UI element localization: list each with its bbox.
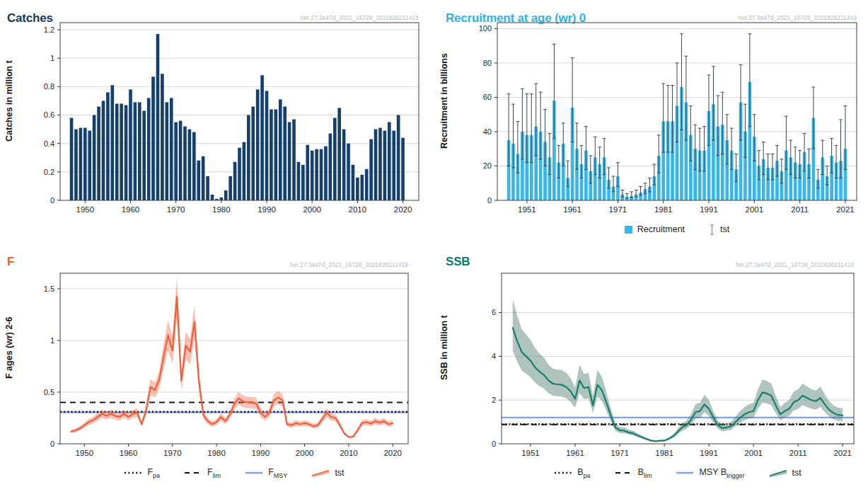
svg-text:1.2: 1.2 <box>44 25 54 34</box>
legend-item-tst: tst <box>311 468 344 479</box>
band-swatch-icon <box>769 468 787 479</box>
legend-item-tst: tst <box>769 468 802 479</box>
svg-text:1: 1 <box>50 54 54 62</box>
svg-text:1951: 1951 <box>521 449 540 457</box>
svg-text:1970: 1970 <box>167 205 185 214</box>
dashed-line-icon <box>615 470 633 476</box>
svg-text:0: 0 <box>50 440 54 448</box>
svg-text:1.5: 1.5 <box>44 285 54 293</box>
bars <box>70 34 405 200</box>
panel-f: F her.27.3a47d_2021_16728_2021826211419 … <box>0 244 434 487</box>
recruitment-legend: Recruitment tst <box>497 222 857 237</box>
svg-text:1961: 1961 <box>566 449 584 457</box>
legend-label: tst <box>720 224 729 234</box>
svg-text:1980: 1980 <box>207 449 226 457</box>
svg-text:20: 20 <box>483 161 492 170</box>
legend-label: Flim <box>207 467 221 479</box>
svg-text:0.8: 0.8 <box>44 82 54 91</box>
svg-text:2010: 2010 <box>340 449 358 457</box>
svg-text:0: 0 <box>487 196 492 205</box>
svg-text:1991: 1991 <box>700 205 718 214</box>
legend-item-tst: tst <box>709 224 729 236</box>
legend-label: MSY Btrigger <box>699 467 744 479</box>
svg-text:2001: 2001 <box>746 205 764 214</box>
svg-text:2: 2 <box>492 396 496 404</box>
svg-text:1: 1 <box>50 336 54 345</box>
svg-text:1971: 1971 <box>611 449 629 457</box>
y-axis: 00.20.40.60.811.2 <box>44 25 60 205</box>
dotted-line-icon <box>554 470 572 476</box>
svg-text:2000: 2000 <box>296 449 314 457</box>
legend-label: Fpa <box>147 467 160 479</box>
svg-text:0.5: 0.5 <box>44 388 54 396</box>
x-axis: 19511961197119811991200120112021 <box>518 200 855 214</box>
stock-assessment-summary: { "watermark": "her.27.3a47d_2021_16728_… <box>0 0 868 487</box>
svg-text:0.2: 0.2 <box>44 168 54 176</box>
error-bar-icon <box>709 224 715 236</box>
svg-text:1971: 1971 <box>609 205 627 214</box>
blue-line-icon <box>676 470 694 476</box>
svg-text:1990: 1990 <box>252 449 270 457</box>
legend-label: Blim <box>638 467 652 479</box>
catches-plot: 00.20.40.60.811.219501960197019801990200… <box>0 21 434 221</box>
dotted-line-icon <box>124 470 142 476</box>
svg-text:2021: 2021 <box>836 205 855 214</box>
x-axis: 19501960197019801990200020102020 <box>75 444 402 457</box>
svg-text:1950: 1950 <box>75 449 93 457</box>
gridlines <box>60 289 408 392</box>
svg-text:1961: 1961 <box>563 205 581 214</box>
svg-text:1950: 1950 <box>76 205 95 214</box>
legend-item-fmsy: FMSY <box>245 467 287 479</box>
svg-text:40: 40 <box>483 127 492 136</box>
svg-text:100: 100 <box>479 24 492 33</box>
reference-lines <box>502 418 854 425</box>
x-axis: 19501960197019801990200020102020 <box>76 200 412 214</box>
legend-label: tst <box>792 468 802 478</box>
y-axis: 00.511.5 <box>44 285 60 448</box>
svg-text:0.6: 0.6 <box>44 110 54 119</box>
svg-text:2000: 2000 <box>303 205 321 214</box>
legend-label: Bpa <box>577 467 590 479</box>
watermark: her.27.3a47d_2021_16728_2021826211419 <box>301 14 419 21</box>
svg-text:1960: 1960 <box>122 205 140 214</box>
svg-text:2020: 2020 <box>383 449 402 457</box>
legend-item-fpa: Fpa <box>124 467 160 479</box>
f-plot: 00.511.519501960197019801990200020102020 <box>0 265 434 464</box>
svg-text:1991: 1991 <box>700 449 718 457</box>
legend-item-msy-btrigger: MSY Btrigger <box>676 467 744 479</box>
svg-text:2021: 2021 <box>833 449 852 457</box>
confidence-band <box>513 299 843 442</box>
panel-catches: Catches her.27.3a47d_2021_16728_20218262… <box>0 0 434 244</box>
svg-text:1960: 1960 <box>120 449 138 457</box>
f-legend: Fpa Flim FMSY tst <box>60 465 408 481</box>
panel-ssb: SSB her.27.3a47d_2021_16728_202182621141… <box>434 244 867 487</box>
svg-text:0.4: 0.4 <box>44 139 54 148</box>
legend-item-recruitment: Recruitment <box>625 224 685 234</box>
blue-line-icon <box>245 470 263 476</box>
ssb-legend: Bpa Blim MSY Btrigger tst <box>502 465 854 481</box>
legend-item-flim: Flim <box>184 467 221 479</box>
svg-text:1981: 1981 <box>654 205 673 214</box>
legend-label: Recruitment <box>637 224 685 234</box>
recruitment-plot: 0204060801001951196119711981199120012011… <box>434 21 867 221</box>
band-swatch-icon <box>311 468 330 479</box>
ssb-plot: 024619511961197119811991200120112021 <box>434 265 867 464</box>
svg-text:60: 60 <box>483 93 492 101</box>
legend-label: FMSY <box>268 467 287 479</box>
dashed-line-icon <box>184 470 202 476</box>
svg-text:1980: 1980 <box>212 205 231 214</box>
panel-recruitment: Recruitment at age (wr) 0 her.27.3a47d_2… <box>434 0 867 244</box>
legend-item-blim: Blim <box>615 467 652 479</box>
confidence-band <box>71 277 393 438</box>
svg-text:6: 6 <box>492 308 496 316</box>
svg-text:80: 80 <box>483 59 492 67</box>
svg-text:1951: 1951 <box>518 205 536 214</box>
y-axis: 0246 <box>492 308 502 447</box>
recruitment-swatch-icon <box>625 226 632 234</box>
svg-text:2020: 2020 <box>394 205 412 214</box>
svg-text:2010: 2010 <box>349 205 367 214</box>
svg-text:1970: 1970 <box>163 449 182 457</box>
svg-text:0: 0 <box>50 196 54 205</box>
data-line <box>71 297 393 437</box>
svg-text:0: 0 <box>492 440 496 448</box>
